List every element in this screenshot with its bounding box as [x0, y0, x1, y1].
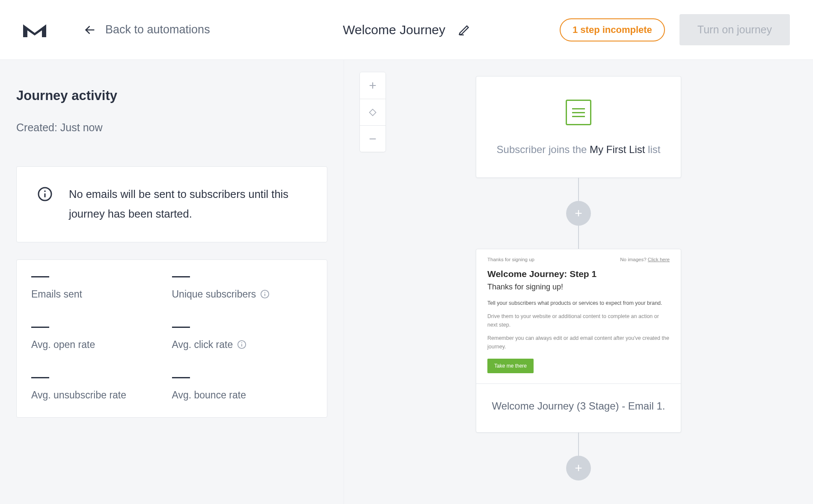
email-node[interactable]: Thanks for signing up No images? Click h… — [476, 249, 681, 433]
top-bar: Back to automations Welcome Journey 1 st… — [0, 0, 813, 60]
zoom-fit-button[interactable] — [360, 99, 386, 125]
created-line: Created: Just now — [16, 121, 327, 134]
zoom-out-button[interactable] — [360, 125, 386, 152]
back-label: Back to automations — [105, 23, 210, 36]
stat-label: Avg. unsubscribe rate — [31, 389, 172, 401]
trigger-node[interactable]: Subscriber joins the My First List list — [476, 76, 681, 178]
back-to-automations-link[interactable]: Back to automations — [84, 23, 210, 36]
preview-cta-button: Take me there — [487, 359, 534, 373]
stat-value-placeholder — [172, 377, 190, 378]
preview-no-images: No images? Click here — [620, 257, 670, 262]
preview-body: Tell your subscribers what products or s… — [487, 299, 670, 307]
stat-label: Avg. open rate — [31, 339, 172, 351]
info-icon — [37, 186, 53, 202]
edit-title-button[interactable] — [458, 24, 470, 36]
svg-point-5 — [44, 190, 46, 192]
stat-label: Emails sent — [31, 289, 172, 300]
add-step-button[interactable]: + — [566, 456, 591, 480]
arrow-left-icon — [84, 24, 96, 36]
header-actions: 1 step incomplete Turn on journey — [560, 14, 790, 45]
stat-item: Avg. unsubscribe rate — [31, 377, 172, 401]
stat-label: Avg. bounce rate — [172, 389, 313, 401]
svg-marker-0 — [23, 24, 46, 37]
preview-body: Drive them to your website or additional… — [487, 312, 670, 329]
preview-heading: Welcome Journey: Step 1 — [487, 269, 670, 279]
stat-value-placeholder — [31, 276, 49, 277]
email-node-title: Welcome Journey (3 Stage) - Email 1. — [476, 384, 681, 432]
svg-marker-14 — [370, 109, 376, 115]
steps-incomplete-badge[interactable]: 1 step incomplete — [560, 18, 665, 41]
stat-item: Unique subscribers — [172, 276, 313, 300]
preview-subheading: Thanks for signing up! — [487, 283, 670, 292]
stat-label: Unique subscribers — [172, 289, 313, 300]
list-icon — [566, 100, 591, 125]
connector-line — [578, 225, 579, 249]
zoom-controls — [359, 72, 386, 152]
trigger-text: Subscriber joins the My First List list — [493, 141, 664, 159]
stat-item: Avg. open rate — [31, 327, 172, 351]
stat-label: Avg. click rate — [172, 339, 313, 351]
stat-value-placeholder — [31, 377, 49, 378]
journey-canvas[interactable]: Subscriber joins the My First List list … — [344, 60, 813, 504]
info-icon[interactable] — [260, 289, 270, 299]
preview-body: Remember you can always edit or add emai… — [487, 334, 670, 351]
journey-title: Welcome Journey — [343, 23, 445, 37]
email-preview: Thanks for signing up No images? Click h… — [476, 249, 681, 384]
preview-subject: Thanks for signing up — [487, 257, 534, 262]
stat-item: Emails sent — [31, 276, 172, 300]
zoom-in-button[interactable] — [360, 72, 386, 99]
info-icon[interactable] — [237, 340, 246, 349]
connector-line — [578, 433, 579, 457]
svg-point-11 — [241, 342, 242, 343]
connector-line — [578, 178, 579, 202]
add-step-button[interactable]: + — [566, 201, 591, 226]
stat-value-placeholder — [31, 327, 49, 328]
flow-column: Subscriber joins the My First List list … — [476, 76, 681, 480]
stat-item: Avg. bounce rate — [172, 377, 313, 401]
stats-grid: Emails sentUnique subscribers Avg. open … — [16, 259, 327, 418]
stat-item: Avg. click rate — [172, 327, 313, 351]
app-logo — [23, 23, 46, 37]
stat-value-placeholder — [172, 276, 190, 277]
sidebar-heading: Journey activity — [16, 88, 327, 103]
turn-on-journey-button[interactable]: Turn on journey — [679, 14, 790, 45]
info-message: No emails will be sent to subscribers un… — [69, 185, 306, 224]
info-card: No emails will be sent to subscribers un… — [16, 166, 327, 242]
activity-sidebar: Journey activity Created: Just now No em… — [0, 60, 344, 504]
svg-point-8 — [264, 292, 265, 293]
stat-value-placeholder — [172, 327, 190, 328]
journey-title-group: Welcome Journey — [343, 23, 470, 37]
